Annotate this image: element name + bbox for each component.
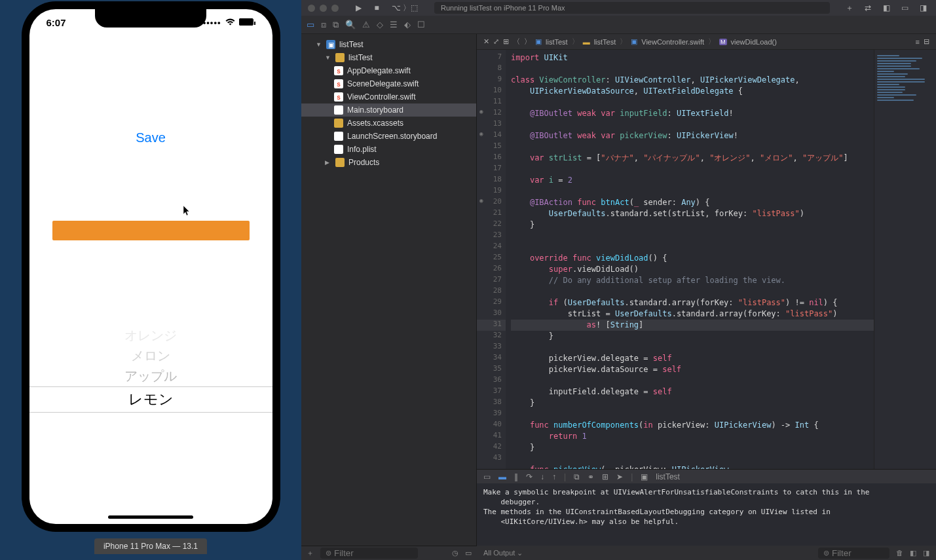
console-output-selector[interactable]: All Output ⌄ [483, 549, 523, 557]
console-filter: ⊜ [818, 548, 889, 559]
location-icon[interactable]: ➤ [616, 472, 623, 481]
text-field[interactable] [52, 221, 250, 240]
window-controls[interactable] [308, 5, 339, 12]
file-item[interactable]: Info.plist [301, 143, 476, 156]
filter-icon: ⊜ [326, 549, 331, 557]
save-button[interactable]: Save [29, 130, 272, 145]
home-indicator[interactable] [108, 515, 193, 519]
debug-nav-icon[interactable]: ☰ [390, 20, 398, 29]
source-control-nav-icon[interactable]: ⧈ [321, 20, 326, 30]
console-output[interactable]: Make a symbolic breakpoint at UIViewAler… [477, 483, 936, 546]
run-button[interactable]: ▶ [352, 3, 365, 13]
adjust-editor-icon[interactable]: ⊟ [924, 37, 929, 46]
process-name[interactable]: listTest [656, 472, 680, 481]
file-item[interactable]: LaunchScreen.storyboard [301, 130, 476, 143]
expand-icon[interactable]: ⤢ [493, 37, 499, 46]
filter-icon: ⊜ [823, 549, 829, 557]
memory-graph-icon[interactable]: ⚭ [588, 472, 594, 481]
recent-files-icon[interactable]: ◷ [452, 549, 459, 557]
stop-button[interactable]: ■ [370, 3, 383, 13]
folder-icon: ▬ [583, 38, 590, 46]
console-filter-input[interactable] [832, 548, 884, 558]
folder-item[interactable]: ▶Products [301, 156, 476, 169]
close-tab-icon[interactable]: ✕ [483, 37, 489, 46]
project-icon: ▣ [535, 37, 542, 46]
trash-icon[interactable]: 🗑 [896, 549, 903, 557]
console-right-pane-icon[interactable]: ◨ [923, 549, 929, 557]
editor-options-icon[interactable]: ≡ [916, 38, 920, 46]
picker-row[interactable]: アップル [29, 366, 272, 386]
picker-row-selected[interactable]: レモン [29, 386, 272, 413]
find-nav-icon[interactable]: 🔍 [345, 20, 356, 29]
hide-debug-icon[interactable]: ▭ [483, 472, 491, 481]
storyboard-icon [334, 132, 343, 141]
iphone-notch [95, 9, 206, 28]
panel-left-button[interactable]: ◧ [880, 3, 893, 13]
simulator-panel: 6:07 ••••• Save オレンジ メロン アップル レモン [0, 0, 301, 560]
issue-nav-icon[interactable]: ⚠ [362, 20, 370, 29]
step-in-button[interactable]: ↓ [540, 472, 544, 481]
code-content[interactable]: import UIKit class ViewController: UIVie… [506, 50, 874, 469]
minimap[interactable] [874, 50, 936, 469]
navigator-filter: ⊜ [320, 548, 418, 559]
assets-icon [334, 119, 343, 128]
plist-icon [334, 145, 343, 154]
symbol-nav-icon[interactable]: ⧉ [333, 20, 339, 30]
step-over-button[interactable]: ↷ [526, 472, 533, 481]
debug-toolbar: ▭ ▬ ‖ ↷ ↓ ↑ | ⧉ ⚭ ⊞ ➤ | ▣ listTest [477, 469, 936, 483]
file-item-selected[interactable]: Main.storyboard [301, 103, 476, 117]
iphone-screen: 6:07 ••••• Save オレンジ メロン アップル レモン [29, 9, 272, 524]
pause-button[interactable]: ‖ [514, 472, 518, 481]
storyboard-icon [334, 105, 343, 115]
scm-filter-icon[interactable]: ▭ [465, 549, 472, 557]
editor-area: ✕ ⤢ ⊞ 〈 〉 ▣listTest〉 ▬listTest〉 ▣ViewCon… [477, 34, 936, 560]
line-gutter[interactable]: 7891011121314151617181920212223242526272… [477, 50, 506, 469]
file-item[interactable]: sAppDelegate.swift [301, 64, 476, 77]
console-left-pane-icon[interactable]: ◧ [910, 549, 916, 557]
editor-layout-button[interactable]: ⇄ [861, 3, 874, 13]
file-item[interactable]: sSceneDelegate.swift [301, 77, 476, 90]
report-nav-icon[interactable]: ☐ [417, 20, 425, 29]
zoom-icon [331, 5, 339, 12]
project-root[interactable]: ▼▣listTest [301, 38, 476, 51]
jump-bar[interactable]: ✕ ⤢ ⊞ 〈 〉 ▣listTest〉 ▬listTest〉 ▣ViewCon… [477, 34, 936, 50]
picker-view[interactable]: オレンジ メロン アップル レモン [29, 326, 272, 413]
battery-icon [239, 18, 255, 28]
simulator-device-label: iPhone 11 Pro Max — 13.1 [94, 538, 207, 554]
debug-view-icon[interactable]: ⧉ [574, 472, 580, 481]
picker-row[interactable]: メロン [29, 346, 272, 366]
project-navigator: ▼▣listTest ▼listTest sAppDelegate.swift … [301, 34, 477, 560]
method-icon: M [719, 39, 727, 45]
forward-button[interactable]: 〉 [524, 37, 531, 47]
xcode-window: ▶ ■ ⌥ 〉⬚ Running listTest on iPhone 11 P… [301, 0, 936, 560]
picker-row[interactable]: オレンジ [29, 326, 272, 346]
navigator-footer: ＋ ⊜ ◷ ▭ [301, 546, 477, 560]
file-item[interactable]: sViewController.swift [301, 90, 476, 103]
step-out-button[interactable]: ↑ [552, 472, 556, 481]
grid-icon[interactable]: ⊞ [503, 37, 509, 46]
code-editor[interactable]: 7891011121314151617181920212223242526272… [477, 50, 936, 469]
navigator-tabbar: ▭ ⧈ ⧉ 🔍 ⚠ ◇ ☰ ⬖ ☐ [301, 16, 936, 34]
wifi-icon [225, 18, 235, 28]
breakpoints-toggle[interactable]: ▬ [498, 472, 506, 481]
swift-icon: ▣ [631, 37, 637, 46]
panel-bottom-button[interactable]: ▭ [898, 3, 911, 13]
folder-item[interactable]: ▼listTest [301, 51, 476, 64]
iphone-frame: 6:07 ••••• Save オレンジ メロン アップル レモン [22, 1, 280, 532]
scheme-selector[interactable]: ⌥ 〉⬚ [388, 3, 421, 13]
add-editor-button[interactable]: ＋ [843, 3, 856, 13]
breakpoint-nav-icon[interactable]: ⬖ [404, 20, 411, 29]
mouse-cursor [183, 206, 191, 218]
environment-icon[interactable]: ⊞ [602, 472, 608, 481]
panel-right-button[interactable]: ◨ [916, 3, 929, 13]
back-button[interactable]: 〈 [513, 37, 520, 47]
file-item[interactable]: Assets.xcassets [301, 117, 476, 130]
add-target-button[interactable]: ＋ [307, 548, 314, 558]
project-nav-icon[interactable]: ▭ [307, 20, 314, 29]
status-time: 6:07 [47, 17, 66, 28]
process-icon: ▣ [641, 472, 648, 481]
navigator-filter-input[interactable] [334, 548, 413, 558]
console-footer: All Output ⌄ ⊜ 🗑 ◧ ◨ [477, 546, 936, 560]
test-nav-icon[interactable]: ◇ [377, 20, 383, 29]
xcode-titlebar: ▶ ■ ⌥ 〉⬚ Running listTest on iPhone 11 P… [301, 0, 936, 16]
